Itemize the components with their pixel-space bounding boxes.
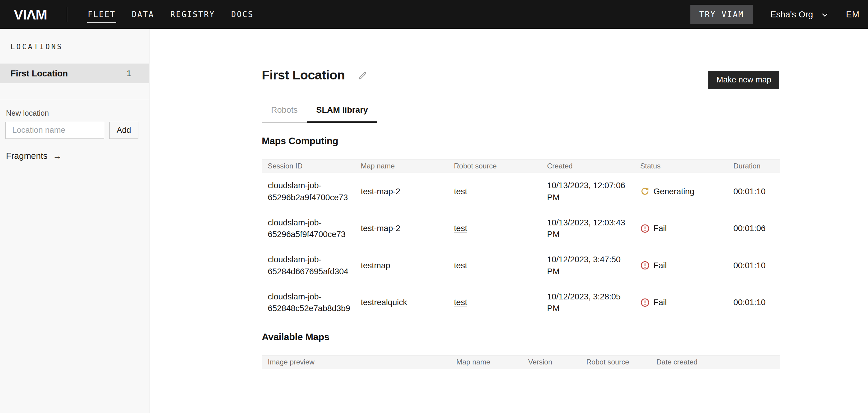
status-label: Generating bbox=[654, 185, 694, 198]
chevron-down-icon bbox=[821, 11, 829, 19]
location-name-input[interactable] bbox=[5, 122, 104, 139]
table-header-row: Session ID Map name Robot source Created… bbox=[262, 159, 780, 173]
add-location-button[interactable]: Add bbox=[109, 122, 138, 139]
created-timestamp: 10/12/2023, 3:28:05 PM bbox=[541, 284, 635, 321]
column-header-version: Version bbox=[523, 355, 581, 369]
sidebar: LOCATIONS First Location 1 New location … bbox=[0, 29, 150, 413]
column-header-image-preview: Image preview bbox=[262, 355, 451, 369]
status-label: Fail bbox=[654, 296, 667, 308]
session-id: cloudslam-job-65296a5f9f4700ce73 bbox=[268, 217, 352, 241]
available-maps-table: Image preview Map name Version Robot sou… bbox=[262, 355, 780, 369]
status-badge: Generating bbox=[640, 185, 724, 198]
robot-source-link[interactable]: test bbox=[454, 261, 467, 270]
duration: 00:01:10 bbox=[728, 173, 780, 210]
nav-item-fleet[interactable]: FLEET bbox=[87, 3, 116, 26]
avatar[interactable]: EM bbox=[846, 9, 861, 20]
created-timestamp: 10/13/2023, 12:03:43 PM bbox=[541, 210, 635, 247]
fragments-link[interactable]: Fragments → bbox=[0, 139, 62, 161]
column-header-status: Status bbox=[635, 159, 728, 173]
nav-divider bbox=[67, 7, 67, 22]
created-timestamp: 10/13/2023, 12:07:06 PM bbox=[541, 173, 635, 210]
maps-computing-heading: Maps Computing bbox=[262, 136, 779, 147]
tab-bar: Robots SLAM library bbox=[262, 105, 779, 123]
fail-icon bbox=[640, 261, 650, 270]
duration: 00:01:10 bbox=[728, 284, 780, 321]
status-badge: Fail bbox=[640, 260, 724, 271]
locations-heading: LOCATIONS bbox=[0, 29, 149, 51]
fragments-label: Fragments bbox=[6, 151, 48, 161]
nav-item-data[interactable]: DATA bbox=[131, 3, 155, 26]
table-header-row: Image preview Map name Version Robot sou… bbox=[262, 355, 780, 369]
arrow-right-icon: → bbox=[53, 151, 62, 161]
org-switcher[interactable]: Esha's Org bbox=[770, 9, 829, 20]
tab-slam-library[interactable]: SLAM library bbox=[307, 105, 377, 123]
session-id: cloudslam-job-65284d667695afd304 bbox=[268, 254, 352, 277]
column-header-robot-source: Robot source bbox=[581, 355, 651, 369]
table-row: cloudslam-job-652848c52e7ab8d3b9 testrea… bbox=[262, 284, 780, 321]
new-location-form: Add bbox=[0, 117, 149, 139]
robot-source-link[interactable]: test bbox=[454, 224, 467, 233]
table-row: cloudslam-job-65296a5f9f4700ce73 test-ma… bbox=[262, 210, 780, 247]
new-location-label: New location bbox=[0, 99, 149, 117]
status-label: Fail bbox=[654, 260, 667, 271]
generating-icon bbox=[640, 187, 650, 196]
available-maps-heading: Available Maps bbox=[262, 331, 779, 343]
map-name: testmap bbox=[355, 247, 448, 284]
robot-source-link[interactable]: test bbox=[454, 298, 467, 307]
session-id: cloudslam-job-65296b2a9f4700ce73 bbox=[268, 179, 352, 204]
column-header-duration: Duration bbox=[728, 159, 780, 173]
fail-icon bbox=[640, 224, 650, 233]
duration: 00:01:06 bbox=[728, 210, 780, 247]
column-header-map-name: Map name bbox=[355, 159, 448, 173]
page-title: First Location bbox=[262, 68, 345, 82]
try-viam-button[interactable]: TRY VIAM bbox=[690, 5, 753, 24]
session-id: cloudslam-job-652848c52e7ab8d3b9 bbox=[268, 291, 352, 315]
map-name: testrealquick bbox=[355, 284, 448, 321]
edit-pencil-icon[interactable] bbox=[357, 71, 368, 81]
sidebar-item-first-location[interactable]: First Location 1 bbox=[0, 63, 149, 83]
fail-icon bbox=[640, 298, 650, 307]
available-maps-empty-body bbox=[262, 369, 779, 413]
tab-robots[interactable]: Robots bbox=[262, 105, 307, 123]
maps-computing-table: Session ID Map name Robot source Created… bbox=[262, 159, 780, 321]
status-badge: Fail bbox=[640, 223, 724, 234]
map-name: test-map-2 bbox=[355, 210, 448, 247]
main-content: First Location Make new map Robots SLAM … bbox=[150, 29, 868, 413]
nav-item-docs[interactable]: DOCS bbox=[230, 3, 254, 26]
column-header-session-id: Session ID bbox=[262, 159, 355, 173]
nav-item-registry[interactable]: REGISTRY bbox=[170, 3, 216, 26]
viam-logo[interactable]: VIΛM bbox=[14, 7, 47, 22]
org-name: Esha's Org bbox=[770, 9, 813, 20]
primary-nav: FLEET DATA REGISTRY DOCS bbox=[87, 3, 254, 26]
created-timestamp: 10/12/2023, 3:47:50 PM bbox=[541, 247, 635, 284]
column-header-robot-source: Robot source bbox=[448, 159, 541, 173]
duration: 00:01:10 bbox=[728, 247, 780, 284]
column-header-map-name: Map name bbox=[451, 355, 523, 369]
status-label: Fail bbox=[654, 223, 667, 234]
table-row: cloudslam-job-65284d667695afd304 testmap… bbox=[262, 247, 780, 284]
map-name: test-map-2 bbox=[355, 173, 448, 210]
column-header-created: Created bbox=[541, 159, 635, 173]
location-count-badge: 1 bbox=[127, 69, 131, 78]
status-badge: Fail bbox=[640, 296, 724, 308]
location-name: First Location bbox=[10, 69, 68, 79]
table-row: cloudslam-job-65296b2a9f4700ce73 test-ma… bbox=[262, 173, 780, 210]
make-new-map-button[interactable]: Make new map bbox=[708, 71, 779, 89]
column-header-date-created: Date created bbox=[651, 355, 780, 369]
robot-source-link[interactable]: test bbox=[454, 187, 467, 196]
top-nav: VIΛM FLEET DATA REGISTRY DOCS TRY VIAM E… bbox=[0, 0, 868, 29]
